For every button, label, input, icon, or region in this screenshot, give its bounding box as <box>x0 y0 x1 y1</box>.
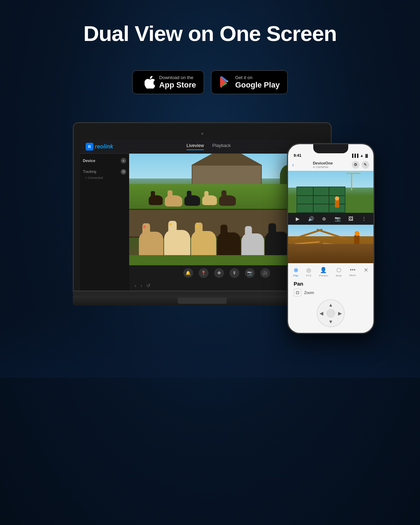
reolink-logo-icon: R <box>86 143 93 150</box>
sidebar-tracking-label: Tracking <box>83 170 96 174</box>
area-tab-label: Area <box>336 274 342 277</box>
header-section: Dual View on One Screen <box>0 0 420 56</box>
phone-settings-icon[interactable]: ⚙ <box>352 161 359 169</box>
mic-btn[interactable]: 🎙 <box>230 268 239 278</box>
sidebar-connected-status: > Connected <box>83 176 126 180</box>
person-tab-icon: 👤 <box>320 267 327 273</box>
nav-back[interactable]: ‹ <box>135 283 136 288</box>
dpad-up[interactable]: ▲ <box>328 302 333 308</box>
construction-bg-bottom <box>288 225 373 263</box>
reolink-logo: R reolink <box>86 143 113 150</box>
dpad-right[interactable]: ▶ <box>338 310 342 316</box>
sidebar-tracking-header: Tracking ⚙ <box>83 169 126 175</box>
devices-section: R reolink Liveview Playback 🔒 ⚙ <box>0 115 420 378</box>
google-play-button[interactable]: Get it on Google Play <box>211 70 288 94</box>
tab-navigation: Liveview Playback <box>120 143 297 150</box>
phone-close-tab[interactable]: ✕ <box>362 266 370 278</box>
phone-ptz-btn[interactable]: ⊕ <box>320 215 328 223</box>
dpad-center <box>327 309 335 317</box>
laptop-camera <box>201 133 203 135</box>
phone-tab-more[interactable]: ••• More <box>348 266 357 278</box>
apple-label-small: Download on the <box>159 75 196 80</box>
zoom-label: Zoom <box>304 290 314 295</box>
tab-liveview[interactable]: Liveview <box>187 143 204 150</box>
sidebar: Device + Tracking ⚙ > Connected <box>80 154 129 290</box>
close-tab-icon: ✕ <box>364 267 368 273</box>
ptz-tab-icon: ◎ <box>306 267 311 273</box>
phone-snapshot-btn[interactable]: 📷 <box>334 215 341 223</box>
nav-forward[interactable]: › <box>140 283 142 288</box>
phone-tab-pan[interactable]: ⊕ Pan <box>292 266 300 278</box>
sidebar-device-label: Device <box>83 159 95 163</box>
tab-playback[interactable]: Playback <box>212 143 231 150</box>
phone-header-icons: ⚙ ✎ <box>352 161 369 169</box>
sidebar-tracking-settings[interactable]: ⚙ <box>121 169 126 175</box>
zoom-icon[interactable]: ⊡ <box>294 289 301 296</box>
phone-pan-title: Pan <box>294 281 368 287</box>
phone-back-btn[interactable]: ‹ <box>292 162 294 168</box>
pan-tab-label: Pan <box>293 274 298 277</box>
reolink-brand-text: reolink <box>95 144 113 150</box>
phone-pan-section: Pan ⊡ Zoom ▲ ▼ ◀ ▶ <box>288 279 373 330</box>
phone-tab-person[interactable]: 👤 Person <box>318 266 329 278</box>
more-tab-label: More <box>349 274 356 277</box>
phone-video-top[interactable] <box>288 171 373 213</box>
move-btn[interactable]: ✥ <box>214 268 224 278</box>
phone-device-info: DeviceOne 4 Cameras <box>313 161 333 169</box>
phone-tab-area[interactable]: ⬡ Area <box>334 266 343 278</box>
dpad-left[interactable]: ◀ <box>320 310 323 316</box>
phone-device: 9:41 ▐▐▐ ▲ ▓ ‹ DeviceOne 4 Cameras ⚙ ✎ <box>287 143 374 334</box>
phone-controls-bar: ▶ 🔊 ⊕ 📷 🖼 ⋮ <box>288 213 373 225</box>
phone-status-icons: ▐▐▐ ▲ ▓ <box>351 154 368 158</box>
google-btn-text: Get it on Google Play <box>235 75 280 90</box>
apple-label-large: App Store <box>159 80 196 90</box>
wifi-icon: ▲ <box>360 154 364 158</box>
phone-app-header: ‹ DeviceOne 4 Cameras ⚙ ✎ <box>288 160 373 171</box>
dpad-down[interactable]: ▼ <box>328 319 333 324</box>
alert-btn[interactable]: 🔔 <box>183 268 193 278</box>
phone-tab-bar: ⊕ Pan ◎ PTZ 👤 Person ⬡ Area <box>288 266 373 278</box>
app-download-section: Download on the App Store Get it on Goog… <box>0 70 420 94</box>
phone-device-name: DeviceOne <box>313 161 333 165</box>
phone-gallery-btn[interactable]: 🖼 <box>347 215 355 223</box>
phone-time: 9:41 <box>294 153 301 158</box>
app-store-button[interactable]: Download on the App Store <box>132 70 204 94</box>
sidebar-add-device-btn[interactable]: + <box>121 158 126 163</box>
dpad[interactable]: ▲ ▼ ◀ ▶ <box>317 299 345 327</box>
phone-zoom-row: ⊡ Zoom <box>294 289 368 296</box>
phone-tab-ptz[interactable]: ◎ PTZ <box>305 266 313 278</box>
sidebar-tracking-section: Tracking ⚙ > Connected <box>83 169 126 180</box>
phone-more-btn[interactable]: ⋮ <box>360 215 368 223</box>
dpad-container: ▲ ▼ ◀ ▶ <box>294 299 368 327</box>
battery-icon: ▓ <box>365 154 368 158</box>
nav-refresh[interactable]: ↺ <box>146 283 150 288</box>
google-label-large: Google Play <box>235 80 280 90</box>
video-btn[interactable]: 🎥 <box>260 268 270 278</box>
person-tab-label: Person <box>319 274 328 277</box>
phone-body: 9:41 ▐▐▐ ▲ ▓ ‹ DeviceOne 4 Cameras ⚙ ✎ <box>287 143 374 334</box>
location-btn[interactable]: 📍 <box>199 268 209 278</box>
google-play-icon <box>219 76 231 88</box>
apple-logo-icon <box>145 76 155 89</box>
laptop-trackpad <box>178 298 227 304</box>
page-title: Dual View on One Screen <box>0 21 420 46</box>
google-label-small: Get it on <box>235 75 280 80</box>
signal-icon: ▐▐▐ <box>351 154 358 158</box>
photo-btn[interactable]: 📷 <box>245 268 255 278</box>
phone-device-sub: 4 Cameras <box>313 165 333 169</box>
phone-video-bottom[interactable] <box>288 225 373 263</box>
phone-edit-icon[interactable]: ✎ <box>362 161 369 169</box>
phone-volume-btn[interactable]: 🔊 <box>307 215 315 223</box>
phone-bottom-panel: ⊕ Pan ◎ PTZ 👤 Person ⬡ Area <box>288 263 373 333</box>
pan-tab-icon: ⊕ <box>294 267 298 273</box>
area-tab-icon: ⬡ <box>336 267 341 273</box>
laptop-camera-bar <box>80 130 324 138</box>
construction-bg-top <box>288 171 373 213</box>
ptz-tab-label: PTZ <box>306 274 312 277</box>
apple-btn-text: Download on the App Store <box>159 75 196 90</box>
phone-play-btn[interactable]: ▶ <box>294 215 301 223</box>
sidebar-device-header: Device + <box>83 158 126 163</box>
phone-notch <box>313 144 348 153</box>
more-tab-icon: ••• <box>350 267 356 273</box>
